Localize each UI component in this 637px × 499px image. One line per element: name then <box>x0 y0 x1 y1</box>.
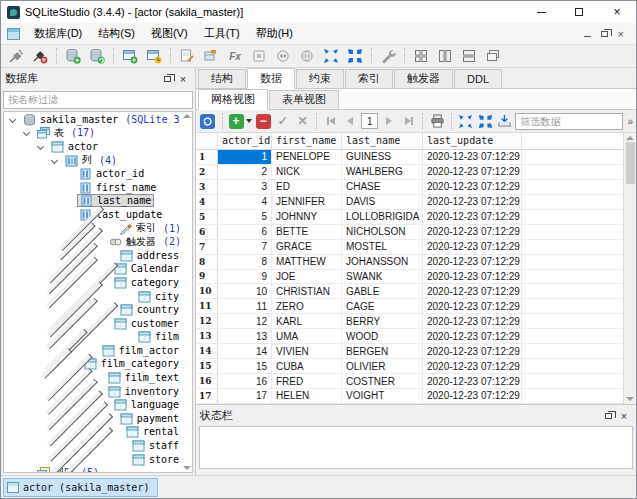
tree-item-last_name[interactable]: last_name <box>4 194 181 208</box>
grid-cell[interactable]: ED <box>272 180 342 194</box>
panel-close-button[interactable]: × <box>175 71 191 87</box>
tab-数据[interactable]: 数据 <box>247 68 295 89</box>
grid-cell[interactable]: GRACE <box>272 240 342 254</box>
rollback-button[interactable]: ✕ <box>294 112 312 131</box>
data-filter-input[interactable] <box>515 113 623 130</box>
cascade-windows-icon[interactable] <box>482 46 504 66</box>
row-number[interactable]: 2 <box>196 165 218 179</box>
grid-cell[interactable]: 2020-12-23 07:12:29 <box>423 299 522 313</box>
grid-cell[interactable]: 2 <box>218 165 272 179</box>
tree-item-actor_id[interactable]: actor_id <box>4 167 181 181</box>
menu-structure[interactable]: 结构(S) <box>90 23 143 44</box>
grid-cell[interactable]: HELEN <box>272 389 342 403</box>
tree-item-first_name[interactable]: first_name <box>4 180 181 194</box>
tree-item-film[interactable]: film <box>4 330 181 344</box>
tile-vertically-icon[interactable] <box>434 46 456 66</box>
grid-cell[interactable]: JENNIFER <box>272 195 342 209</box>
tree-item-film_category[interactable]: film_category <box>4 357 181 371</box>
toolbar-overflow-button[interactable]: » <box>627 116 633 127</box>
row-number[interactable]: 6 <box>196 225 218 239</box>
collapse-icon[interactable] <box>23 129 30 136</box>
grid-cell[interactable]: CUBA <box>272 359 342 373</box>
tree-item-store[interactable]: store <box>4 452 181 466</box>
grid-cell[interactable]: 11 <box>218 299 272 313</box>
grid-cell[interactable]: 14 <box>218 344 272 358</box>
grid-cell[interactable]: GUINESS <box>342 150 423 164</box>
grid-cell[interactable]: COSTNER <box>342 374 423 388</box>
prev-page-button[interactable] <box>342 112 360 131</box>
add-database-icon[interactable] <box>62 46 84 66</box>
tree-item-表[interactable]: 表(17) <box>4 126 181 140</box>
grid-cell[interactable]: 2020-12-23 07:12:29 <box>423 389 522 403</box>
menu-tools[interactable]: 工具(T) <box>196 23 248 44</box>
tile-horizontally-icon[interactable] <box>458 46 480 66</box>
menu-help[interactable]: 帮助(H) <box>248 23 301 44</box>
grid-cell[interactable]: BERGEN <box>342 344 423 358</box>
tile-windows-icon[interactable] <box>410 46 432 66</box>
grid-cell[interactable]: 2020-12-23 07:12:29 <box>423 270 522 284</box>
grid-cell[interactable]: 7 <box>218 240 272 254</box>
grid-cell[interactable]: 2020-12-23 07:12:29 <box>423 225 522 239</box>
grid-cell[interactable]: GABLE <box>342 284 423 298</box>
convert-database-icon[interactable] <box>86 46 108 66</box>
row-number[interactable]: 15 <box>196 359 218 373</box>
column-header-first_name[interactable]: first_name <box>272 133 342 149</box>
minimize-button[interactable] <box>522 1 560 23</box>
scroll-up-icon[interactable] <box>626 136 634 140</box>
tree-item-actor[interactable]: actor <box>4 140 181 154</box>
menu-view[interactable]: 视图(V) <box>143 23 196 44</box>
scrollbar-thumb[interactable] <box>626 142 635 184</box>
grid-cell[interactable]: 2020-12-23 07:12:29 <box>423 359 522 373</box>
tab-触发器[interactable]: 触发器 <box>394 69 453 88</box>
view-tab-表单视图[interactable]: 表单视图 <box>269 90 339 109</box>
row-number[interactable]: 14 <box>196 344 218 358</box>
grid-cell[interactable]: FRED <box>272 374 342 388</box>
collapse-icon[interactable] <box>23 469 30 472</box>
grid-corner[interactable] <box>196 133 218 149</box>
scroll-down-icon[interactable] <box>183 466 191 470</box>
grid-cell[interactable]: 16 <box>218 374 272 388</box>
grid-cell[interactable]: 13 <box>218 329 272 343</box>
grid-cell[interactable]: 2020-12-23 07:12:29 <box>423 255 522 269</box>
grid-cell[interactable]: KARL <box>272 314 342 328</box>
tree-scrollbar[interactable] <box>181 112 192 473</box>
row-number[interactable]: 7 <box>196 240 218 254</box>
new-sql-editor-icon[interactable] <box>119 46 141 66</box>
tab-索引[interactable]: 索引 <box>345 69 393 88</box>
grid-cell[interactable]: 2020-12-23 07:12:29 <box>423 374 522 388</box>
grid-cell[interactable]: 2020-12-23 07:12:29 <box>423 210 522 224</box>
column-header-last_update[interactable]: last_update <box>423 133 522 149</box>
plugins-icon[interactable] <box>296 46 318 66</box>
grid-cell[interactable]: 2020-12-23 07:12:29 <box>423 165 522 179</box>
grid-cell[interactable]: 2020-12-23 07:12:29 <box>423 284 522 298</box>
open-ddl-history-icon[interactable] <box>143 46 165 66</box>
row-number[interactable]: 11 <box>196 299 218 313</box>
expand-windows-icon[interactable] <box>344 46 366 66</box>
grid-cell[interactable]: 4 <box>218 195 272 209</box>
next-page-button[interactable] <box>380 112 398 131</box>
delete-row-button[interactable]: − <box>255 112 273 131</box>
row-number[interactable]: 13 <box>196 329 218 343</box>
refresh-icon[interactable] <box>199 112 217 131</box>
commit-to-db-icon[interactable] <box>496 112 514 131</box>
extensions-icon[interactable] <box>248 46 270 66</box>
commit-button[interactable]: ✓ <box>274 112 292 131</box>
grid-cell[interactable]: NICHOLSON <box>342 225 423 239</box>
first-page-button[interactable] <box>322 112 340 131</box>
grid-cell[interactable]: LOLLOBRIGIDA <box>342 210 423 224</box>
grid-cell[interactable]: BERRY <box>342 314 423 328</box>
row-number[interactable]: 10 <box>196 284 218 298</box>
grid-cell[interactable]: ZERO <box>272 299 342 313</box>
grid-cell[interactable]: 6 <box>218 225 272 239</box>
grid-cell[interactable]: 2020-12-23 07:12:29 <box>423 329 522 343</box>
grid-cell[interactable]: 2020-12-23 07:12:29 <box>423 180 522 194</box>
row-number[interactable]: 3 <box>196 180 218 194</box>
grid-cell[interactable]: WOOD <box>342 329 423 343</box>
row-number[interactable]: 5 <box>196 210 218 224</box>
row-number[interactable]: 4 <box>196 195 218 209</box>
grid-cell[interactable]: 1 <box>218 150 272 164</box>
expand-columns-icon[interactable] <box>476 112 494 131</box>
row-number[interactable]: 16 <box>196 374 218 388</box>
page-number-field[interactable]: 1 <box>361 113 378 129</box>
grid-cell[interactable]: SWANK <box>342 270 423 284</box>
